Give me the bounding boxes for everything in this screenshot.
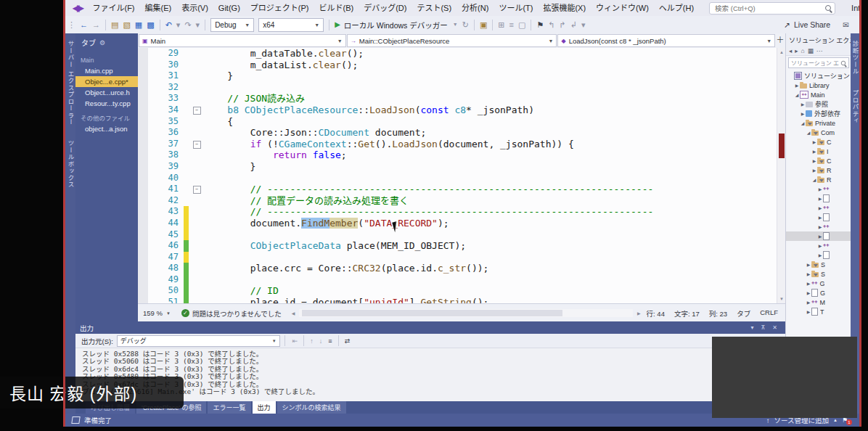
fold-collapse-icon[interactable]: − — [193, 107, 201, 115]
code-line[interactable]: 43 // ----------------------------------… — [138, 206, 777, 218]
toolbar-options-icon[interactable]: ▾ — [579, 17, 588, 33]
breakpoint-gutter[interactable] — [138, 229, 148, 241]
new-file-icon[interactable]: ▤ — [109, 17, 120, 33]
tree-item[interactable]: ▶ — [786, 231, 851, 241]
tree-item[interactable]: ▶++G — [786, 279, 851, 288]
code-line[interactable]: 29 m_dataTable.clear(); — [138, 48, 777, 59]
breakpoint-gutter[interactable] — [138, 173, 148, 184]
menu-item[interactable]: 編集(E) — [140, 0, 177, 16]
code-line[interactable]: 45 — [138, 229, 777, 241]
code-line[interactable]: 39 } — [138, 161, 777, 173]
breakpoint-gutter[interactable] — [138, 184, 148, 195]
save-all-icon[interactable]: ▩ — [144, 17, 156, 33]
tree-expand-icon[interactable]: ▶ — [794, 83, 800, 88]
indent-mode-label[interactable]: タブ — [737, 308, 750, 319]
bookmark-next-icon[interactable]: ↱ — [557, 17, 568, 33]
tree-item[interactable]: ◢R — [786, 175, 851, 184]
code-line[interactable]: 50 // ID — [138, 285, 777, 297]
tree-expand-icon[interactable]: ◢ — [794, 92, 800, 97]
tree-expand-icon[interactable]: ▶ — [811, 168, 817, 173]
drag-handle-icon[interactable]: ⋮ — [65, 17, 78, 33]
code-line[interactable]: 34− b8 CObjectPlaceResource::LoadJson(co… — [138, 104, 777, 116]
menu-item[interactable]: プロジェクト(P) — [245, 0, 314, 16]
breakpoint-gutter[interactable] — [138, 139, 148, 150]
redo-dropdown-icon[interactable]: ▾ — [194, 17, 202, 33]
tree-expand-icon[interactable]: ▶ — [817, 215, 823, 220]
tree-expand-icon[interactable]: ◢ — [806, 130, 811, 135]
tree-expand-icon[interactable]: ▶ — [817, 224, 823, 229]
tree-item[interactable]: ▶++ — [786, 184, 851, 194]
breakpoint-gutter[interactable] — [138, 195, 148, 207]
scroll-left-icon[interactable]: ◀ — [292, 311, 295, 316]
editor-horizontal-scrollbar[interactable] — [299, 309, 633, 317]
tree-expand-icon[interactable]: ▶ — [817, 243, 823, 248]
tool-tab[interactable]: 出力 — [253, 401, 276, 414]
start-debugging-icon[interactable]: ▶ — [332, 17, 343, 33]
navigate-backward-icon[interactable]: ← — [78, 17, 90, 33]
breakpoint-gutter[interactable] — [138, 127, 148, 139]
rail-tab[interactable]: サーバー エクスプローラー — [66, 41, 75, 126]
tree-expand-icon[interactable]: ▶ — [817, 186, 823, 192]
tree-expand-icon[interactable]: ▶ — [817, 196, 823, 201]
tree-item[interactable]: ▶ — [786, 213, 851, 222]
file-tab[interactable]: Object...urce.h — [75, 87, 138, 98]
breakpoint-gutter[interactable] — [138, 252, 148, 263]
tree-expand-icon[interactable]: ▶ — [811, 149, 817, 154]
platform-dropdown[interactable]: x64▼ — [258, 18, 324, 32]
breakpoint-gutter[interactable] — [138, 70, 148, 82]
open-file-icon[interactable]: ▧ — [120, 17, 132, 33]
menu-item[interactable]: ファイル(F) — [87, 0, 139, 16]
clear-all-icon[interactable]: ≡ — [325, 337, 335, 345]
tree-item[interactable]: ▶C — [786, 137, 851, 147]
breakpoint-gutter[interactable] — [138, 285, 148, 297]
find-in-files-icon[interactable]: ▣ — [478, 17, 489, 33]
tree-expand-icon[interactable]: ▶ — [817, 234, 823, 239]
code-line[interactable]: 46 CObjectPlaceData place(MEM_ID_OBJECT)… — [138, 240, 777, 252]
file-tab[interactable]: object...a.json — [75, 123, 138, 134]
menu-item[interactable]: ウィンドウ(W) — [591, 0, 654, 16]
code-line[interactable]: 40 — [138, 173, 777, 184]
tree-item[interactable]: ▶ — [786, 194, 851, 203]
more-icon[interactable]: ⋯ — [816, 47, 823, 54]
configuration-dropdown[interactable]: Debug▼ — [210, 18, 254, 32]
tree-expand-icon[interactable]: ▶ — [806, 262, 811, 267]
tree-item[interactable]: ▶++ — [786, 203, 851, 213]
search-input[interactable] — [713, 4, 825, 13]
file-tab[interactable]: Objec...e.cpp* — [75, 76, 138, 87]
file-tab[interactable]: Main.cpp — [75, 65, 138, 76]
tree-item[interactable]: ◢Private — [786, 118, 851, 128]
breakpoint-gutter[interactable] — [138, 263, 148, 274]
tree-item[interactable]: ◢Com — [786, 128, 851, 137]
code-line[interactable]: 33 // JSON読み込み — [138, 93, 777, 104]
breakpoint-gutter[interactable] — [138, 218, 148, 229]
tree-item[interactable]: ▶++M — [786, 297, 851, 307]
breakpoint-gutter[interactable] — [138, 116, 148, 128]
tool-tab[interactable]: エラー一覧 — [208, 401, 250, 414]
menu-item[interactable]: ビルド(B) — [314, 0, 359, 16]
hot-reload-icon[interactable]: ↻ — [460, 17, 471, 33]
tree-expand-icon[interactable]: ▶ — [800, 111, 806, 116]
live-share-button[interactable]: Live Share — [794, 20, 830, 29]
list-members-icon[interactable]: ≡ — [507, 17, 516, 33]
code-line[interactable]: 47 — [138, 252, 777, 263]
diagnostics-label[interactable]: 問題は見つかりませんでした — [192, 308, 282, 319]
undo-icon[interactable]: ↶ — [163, 17, 174, 33]
code-line[interactable]: 36 Core::Json::CDocument document; — [138, 127, 777, 139]
fold-collapse-icon[interactable]: − — [193, 186, 201, 194]
bookmark-icon[interactable]: ⚑ — [534, 17, 546, 33]
gear-icon[interactable]: ⚙ — [99, 39, 105, 46]
code-line[interactable]: 31 } — [138, 70, 777, 82]
code-area[interactable]: 29 m_dataTable.clear();30 m_dataList.cle… — [138, 48, 777, 303]
bookmark-clear-icon[interactable]: ↲ — [568, 17, 579, 33]
tree-item[interactable]: ▶参照 — [786, 99, 851, 109]
code-line[interactable]: 32 — [138, 82, 777, 94]
menu-item[interactable]: 表示(V) — [176, 0, 213, 16]
output-source-dropdown[interactable]: デバッグ▼ — [117, 335, 280, 347]
switch-views-icon[interactable]: ▦ — [808, 47, 814, 54]
menu-item[interactable]: ツール(T) — [494, 0, 538, 16]
rail-tab[interactable]: 診断ツール — [851, 41, 859, 75]
tree-item[interactable]: ▶R — [786, 165, 851, 175]
code-line[interactable]: 51 place.id = document["uniqId"].GetStri… — [138, 297, 777, 303]
close-icon[interactable]: ✕ — [769, 324, 781, 331]
menu-item[interactable]: ヘルプ(H) — [654, 0, 699, 16]
